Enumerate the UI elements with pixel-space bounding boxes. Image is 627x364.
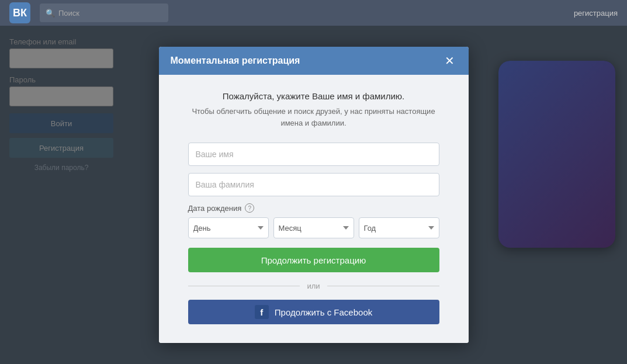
facebook-btn-label: Продолжить с Facebook bbox=[275, 307, 372, 317]
day-select[interactable]: День bbox=[188, 217, 269, 238]
last-name-input[interactable] bbox=[188, 173, 439, 196]
continue-registration-button[interactable]: Продолжить регистрацию bbox=[188, 248, 439, 272]
search-icon: 🔍 bbox=[46, 9, 55, 18]
modal-title: Моментальная регистрация bbox=[171, 56, 300, 66]
year-select[interactable]: Год bbox=[359, 217, 439, 238]
register-link[interactable]: регистрация bbox=[574, 9, 618, 18]
modal-close-button[interactable]: ✕ bbox=[442, 55, 457, 67]
modal-desc-sub: Чтобы облегчить общение и поиск друзей, … bbox=[188, 106, 439, 129]
month-select[interactable]: Месяц bbox=[273, 217, 354, 238]
modal-body: Пожалуйста, укажите Ваше имя и фамилию. … bbox=[159, 75, 469, 343]
dob-row: Дата рождения ? День Месяц Год bbox=[188, 203, 439, 238]
registration-modal: Моментальная регистрация ✕ Пожалуйста, у… bbox=[159, 47, 469, 343]
search-bar[interactable]: 🔍 bbox=[40, 4, 168, 22]
facebook-continue-button[interactable]: f Продолжить с Facebook bbox=[188, 300, 439, 324]
or-divider: или bbox=[188, 282, 439, 290]
first-name-input[interactable] bbox=[188, 143, 439, 166]
or-text: или bbox=[307, 282, 320, 290]
modal-header: Моментальная регистрация ✕ bbox=[159, 47, 469, 75]
or-line-left bbox=[188, 286, 300, 286]
dob-label: Дата рождения ? bbox=[188, 203, 439, 213]
navbar: ВК 🔍 регистрация bbox=[0, 0, 627, 26]
help-icon[interactable]: ? bbox=[245, 203, 254, 213]
vk-logo: ВК bbox=[9, 2, 30, 23]
search-input[interactable] bbox=[58, 9, 162, 18]
modal-desc-title: Пожалуйста, укажите Ваше имя и фамилию. bbox=[188, 91, 439, 101]
or-line-right bbox=[327, 286, 439, 286]
facebook-icon: f bbox=[255, 305, 269, 319]
modal-overlay: Моментальная регистрация ✕ Пожалуйста, у… bbox=[0, 26, 627, 364]
dob-selects: День Месяц Год bbox=[188, 217, 439, 238]
main-content: Телефон или email Пароль Войти Регистрац… bbox=[0, 26, 627, 364]
